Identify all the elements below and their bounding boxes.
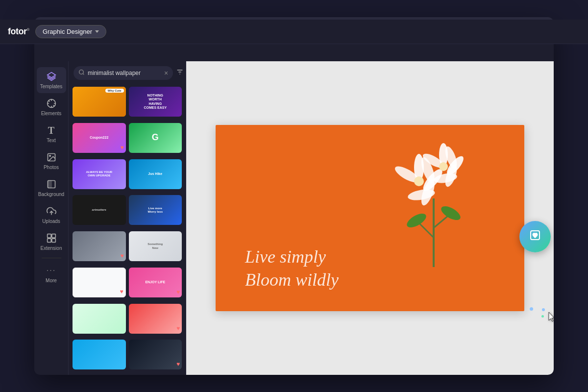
template-card[interactable]: ♥: [129, 304, 182, 334]
sidebar-item-background[interactable]: Background: [37, 175, 66, 201]
templates-panel: × Why Cute: [69, 61, 186, 375]
canvas-content[interactable]: Live simply Bloom wildly: [216, 125, 524, 311]
template-card[interactable]: Coupon222 ♥: [73, 123, 126, 153]
sidebar-item-extension[interactable]: Extension: [37, 229, 66, 255]
sidebar-divider: [42, 258, 61, 258]
sidebar-item-background-label: Background: [38, 192, 64, 197]
text-icon: T: [46, 125, 57, 136]
sidebar-item-more[interactable]: ··· More: [37, 261, 66, 287]
templates-grid: Why Cute NOTHINGWORTHHAVINGCOMES EASY Co…: [69, 85, 186, 375]
sidebar-item-more-label: More: [46, 278, 57, 283]
svg-rect-7: [47, 234, 51, 238]
mode-dropdown[interactable]: Graphic Designer: [35, 37, 106, 38]
sidebar-item-text[interactable]: T Text: [37, 121, 66, 147]
sidebar-item-text-label: Text: [47, 138, 55, 143]
sidebar-item-templates-label: Templates: [40, 84, 63, 89]
more-icon: ···: [46, 265, 57, 276]
canvas-text-line1: Live simply: [245, 245, 339, 269]
template-card[interactable]: [73, 304, 126, 334]
photos-icon: [46, 152, 57, 163]
canvas-flower: [392, 140, 475, 267]
svg-rect-8: [51, 234, 55, 238]
template-card[interactable]: ♥: [73, 268, 126, 297]
svg-point-19: [405, 211, 428, 230]
sidebar-item-elements-label: Elements: [41, 111, 62, 116]
template-card[interactable]: SomethingNew: [129, 231, 182, 261]
svg-rect-5: [48, 181, 51, 188]
svg-rect-10: [51, 239, 55, 243]
elements-icon: [46, 98, 57, 109]
heart-badge: ♥: [120, 288, 123, 295]
template-card[interactable]: ENJOY LIFE ♥: [129, 268, 182, 297]
svg-point-3: [49, 155, 50, 157]
app-window: fotor® Graphic Designer: [34, 17, 554, 375]
favorite-button[interactable]: [519, 221, 551, 252]
background-icon: [46, 179, 57, 190]
search-input-wrap: ×: [74, 66, 173, 80]
template-card[interactable]: ♥: [129, 340, 182, 369]
search-icon: [78, 69, 85, 77]
template-card[interactable]: ALWAYS BE YOUROWN UPGRADE: [73, 159, 126, 189]
template-card[interactable]: [73, 340, 126, 369]
search-bar: ×: [69, 61, 186, 85]
template-card[interactable]: artmatters: [73, 195, 126, 225]
main-content: Templates Elements T Text: [34, 61, 554, 375]
sidebar-item-photos[interactable]: Photos: [37, 148, 66, 174]
template-card[interactable]: Jus Hike: [129, 159, 182, 189]
svg-point-11: [79, 70, 84, 74]
sidebar-item-uploads-label: Uploads: [42, 219, 60, 224]
heart-badge: ♥: [176, 361, 180, 368]
heart-badge: ♥: [176, 289, 180, 295]
sidebar-item-templates[interactable]: Templates: [37, 67, 66, 93]
sparkle-2: [541, 315, 544, 318]
heart-icon: [529, 229, 541, 244]
heart-badge: ♥: [176, 325, 180, 332]
tools-sidebar: Templates Elements T Text: [34, 61, 69, 375]
layers-icon: [46, 71, 57, 82]
svg-line-17: [419, 223, 434, 238]
template-card[interactable]: Live moreWorry less: [129, 195, 182, 225]
canvas-area: Live simply Bloom wildly: [186, 61, 554, 375]
sidebar-item-elements[interactable]: Elements: [37, 94, 66, 120]
sidebar-item-uploads[interactable]: Uploads: [37, 202, 66, 228]
svg-line-12: [83, 74, 84, 74]
heart-badge: ♥: [120, 252, 123, 259]
sidebar-item-extension-label: Extension: [41, 245, 62, 251]
template-card[interactable]: ♥: [73, 231, 126, 261]
heart-badge: ♥: [120, 144, 123, 151]
canvas-text-line2: Bloom wildly: [245, 269, 339, 292]
clear-search-button[interactable]: ×: [164, 70, 168, 76]
search-input[interactable]: [88, 70, 161, 76]
svg-point-27: [414, 176, 424, 186]
svg-line-18: [434, 216, 448, 228]
sparkle-3: [542, 308, 545, 311]
svg-rect-9: [47, 239, 51, 243]
extension-icon: [46, 233, 57, 244]
template-card[interactable]: NOTHINGWORTHHAVINGCOMES EASY: [129, 87, 182, 117]
sparkle-1: [530, 307, 533, 311]
template-card[interactable]: Why Cute: [73, 87, 126, 117]
template-card[interactable]: G: [129, 123, 182, 153]
app-body: fotor® Graphic Designer: [34, 37, 554, 375]
svg-point-34: [439, 162, 448, 171]
filter-button[interactable]: [176, 68, 184, 78]
canvas-text: Live simply Bloom wildly: [245, 245, 339, 292]
cursor-icon: [547, 312, 554, 326]
uploads-icon: [46, 206, 57, 217]
sidebar-item-photos-label: Photos: [44, 165, 59, 170]
